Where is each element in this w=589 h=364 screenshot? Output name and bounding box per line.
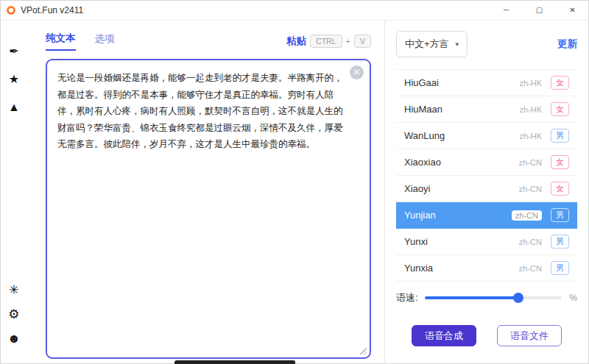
voice-file-button[interactable]: 语音文件 xyxy=(497,325,562,346)
claw-icon[interactable]: ✒ xyxy=(9,46,18,57)
voice-locale: zh-CN xyxy=(519,264,542,273)
voice-name: Xiaoyi xyxy=(404,183,519,194)
voice-locale: zh-HK xyxy=(519,105,542,114)
tabs-row: 纯文本 选项 粘贴 CTRL + V xyxy=(46,31,371,51)
voice-panel: 中文+方言 ▾ 更新 HiuGaai zh-HK 女 HiuMaan zh-HK… xyxy=(385,21,589,364)
speed-label: 语速: xyxy=(396,291,418,304)
voice-locale: zh-HK xyxy=(519,79,542,88)
icon-sidebar: ✒ ★ ▲ ✳ ⚙ ☻ xyxy=(0,21,28,364)
speed-slider[interactable] xyxy=(425,293,562,303)
speed-unit: % xyxy=(569,293,577,303)
window-title: VPot.Fun v2411 xyxy=(21,5,83,15)
kbd-v: V xyxy=(354,35,371,48)
voice-row-yunxi[interactable]: Yunxi zh-CN 男 xyxy=(396,229,577,255)
window-controls: ─ ▢ ✕ xyxy=(490,0,589,20)
kbd-plus: + xyxy=(346,37,350,46)
voice-row-yunjian[interactable]: Yunjian zh-CN 男 xyxy=(396,202,577,229)
voice-row-xiaoyi[interactable]: Xiaoyi zh-CN 女 xyxy=(396,176,577,202)
editor-column: 纯文本 选项 粘贴 CTRL + V 无论是一段婚姻还是再婚，能够一起走到老的才… xyxy=(28,21,384,364)
language-dropdown[interactable]: 中文+方言 ▾ xyxy=(396,31,468,57)
voice-name: Yunjian xyxy=(404,210,512,221)
gender-badge: 男 xyxy=(551,129,569,143)
app-logo-icon xyxy=(7,6,15,15)
voice-name: Yunxi xyxy=(404,236,519,247)
star-icon[interactable]: ★ xyxy=(9,74,19,85)
gear-icon[interactable]: ⚙ xyxy=(8,308,19,321)
gender-badge: 男 xyxy=(551,235,569,249)
resize-grip[interactable] xyxy=(359,346,367,354)
voice-list: HiuGaai zh-HK 女 HiuMaan zh-HK 女 WanLung … xyxy=(396,69,577,282)
kbd-ctrl: CTRL xyxy=(310,35,342,48)
close-button[interactable]: ✕ xyxy=(556,0,589,20)
paste-group: 粘贴 CTRL + V xyxy=(286,35,371,48)
paste-button[interactable]: 粘贴 xyxy=(286,35,306,48)
voice-name: HiuMaan xyxy=(404,104,519,115)
voice-row-wanlung[interactable]: WanLung zh-HK 男 xyxy=(396,123,577,149)
gender-badge: 女 xyxy=(551,76,569,90)
app-body: ✒ ★ ▲ ✳ ⚙ ☻ 纯文本 选项 粘贴 CTRL + V 无论是一段婚姻还是… xyxy=(0,21,589,364)
tab-plain-text[interactable]: 纯文本 xyxy=(46,32,76,51)
mountain-icon[interactable]: ▲ xyxy=(8,101,20,113)
gender-badge: 女 xyxy=(551,155,569,169)
titlebar: VPot.Fun v2411 ─ ▢ ✕ xyxy=(0,0,589,21)
panel-header: 中文+方言 ▾ 更新 xyxy=(396,31,577,57)
gender-badge: 女 xyxy=(551,102,569,116)
voice-name: Yunxia xyxy=(404,263,519,274)
voice-row-hiumaan[interactable]: HiuMaan zh-HK 女 xyxy=(396,96,577,123)
voice-locale: zh-CN xyxy=(519,158,542,167)
sidebar-bottom-group: ✳ ⚙ ☻ xyxy=(7,284,21,364)
minimize-button[interactable]: ─ xyxy=(490,0,523,20)
text-input[interactable]: 无论是一段婚姻还是再婚，能够一起走到老的才是夫妻。半路离开的，都是过客。得到的不… xyxy=(46,59,371,359)
editor-wrap: 无论是一段婚姻还是再婚，能够一起走到老的才是夫妻。半路离开的，都是过客。得到的不… xyxy=(46,59,371,359)
voice-name: Xiaoxiao xyxy=(404,157,519,168)
voice-locale: zh-CN xyxy=(519,238,542,246)
voice-locale: zh-HK xyxy=(519,132,542,140)
slider-thumb[interactable] xyxy=(513,293,523,303)
voice-name: WanLung xyxy=(404,130,519,141)
gender-badge: 男 xyxy=(551,208,569,222)
voice-row-xiaoxiao[interactable]: Xiaoxiao zh-CN 女 xyxy=(396,149,577,176)
language-dropdown-value: 中文+方言 xyxy=(405,38,449,51)
voice-locale: zh-CN xyxy=(512,210,542,221)
voice-row-yunxia[interactable]: Yunxia zh-CN 男 xyxy=(396,255,577,282)
update-link[interactable]: 更新 xyxy=(557,38,577,51)
gender-badge: 女 xyxy=(551,182,569,196)
aperture-icon[interactable]: ✳ xyxy=(9,284,19,296)
clear-text-button[interactable]: ✕ xyxy=(350,65,364,79)
slider-fill xyxy=(425,296,518,299)
voice-locale: zh-CN xyxy=(519,185,542,193)
voice-row-hiugaai[interactable]: HiuGaai zh-HK 女 xyxy=(396,70,577,96)
speed-row: 语速: % xyxy=(396,291,577,304)
action-row: 语音合成 语音文件 xyxy=(396,325,577,346)
voice-name: HiuGaai xyxy=(404,77,519,88)
synthesize-button[interactable]: 语音合成 xyxy=(412,325,476,346)
taskbar-sliver xyxy=(174,360,295,364)
chevron-down-icon: ▾ xyxy=(456,40,459,48)
maximize-button[interactable]: ▢ xyxy=(523,0,556,20)
robot-icon[interactable]: ☻ xyxy=(7,332,21,345)
gender-badge: 男 xyxy=(551,261,569,275)
tab-options[interactable]: 选项 xyxy=(95,32,115,50)
